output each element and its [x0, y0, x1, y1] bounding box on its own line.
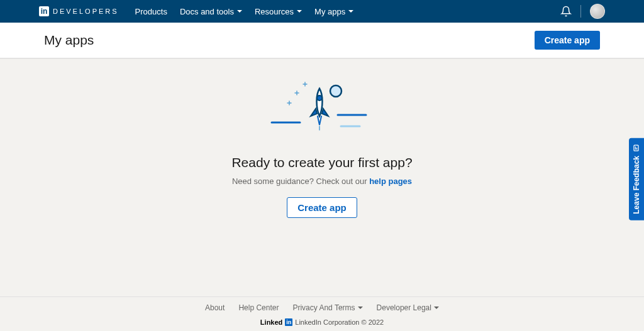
divider	[580, 5, 581, 18]
brand-logo[interactable]: in DEVELOPERS	[39, 6, 119, 16]
feedback-label: Leave Feedback	[632, 156, 641, 214]
nav-item-label: Docs and tools	[180, 7, 234, 16]
empty-state-headline: Ready to create your first app?	[0, 155, 644, 170]
page-header: My apps Create app	[0, 23, 644, 58]
chevron-down-icon	[358, 307, 363, 309]
linkedin-logo-icon: in	[39, 6, 49, 16]
rocket-illustration	[0, 77, 644, 146]
bell-icon[interactable]	[560, 6, 572, 17]
nav-links: Products Docs and tools Resources My app…	[135, 7, 354, 16]
svg-point-6	[330, 85, 341, 97]
subline-prefix: Need some guidance? Check out our	[232, 176, 369, 186]
create-app-button[interactable]: Create app	[535, 31, 600, 50]
chevron-down-icon	[434, 307, 439, 309]
footer-links: About Help Center Privacy And Terms Deve…	[0, 303, 644, 312]
linkedin-logo-icon: in	[285, 318, 292, 326]
avatar[interactable]	[590, 4, 605, 19]
chevron-down-icon	[297, 10, 302, 13]
chevron-down-icon	[348, 10, 353, 13]
footer-link-help[interactable]: Help Center	[238, 303, 279, 312]
brand-text: DEVELOPERS	[53, 8, 119, 15]
feedback-icon	[633, 144, 640, 152]
svg-point-7	[317, 95, 322, 100]
help-pages-link[interactable]: help pages	[369, 176, 412, 186]
top-nav: in DEVELOPERS Products Docs and tools Re…	[0, 0, 644, 23]
footer-brand: Linkedin LinkedIn Corporation © 2022	[0, 318, 644, 326]
chevron-down-icon	[237, 10, 242, 13]
footer-brand-prefix: Linked	[260, 318, 282, 326]
footer-link-legal[interactable]: Developer Legal	[377, 303, 439, 312]
nav-item-label: Products	[135, 7, 167, 16]
nav-item-resources[interactable]: Resources	[255, 7, 302, 16]
nav-item-label: My apps	[314, 7, 345, 16]
svg-rect-12	[634, 146, 638, 151]
empty-state-subline: Need some guidance? Check out our help p…	[0, 176, 644, 186]
nav-item-products[interactable]: Products	[135, 7, 167, 16]
footer-link-about[interactable]: About	[205, 303, 225, 312]
empty-state: Ready to create your first app? Need som…	[0, 58, 644, 218]
leave-feedback-tab[interactable]: Leave Feedback	[629, 138, 644, 220]
nav-item-docs[interactable]: Docs and tools	[180, 7, 242, 16]
page-title: My apps	[44, 33, 94, 48]
nav-item-myapps[interactable]: My apps	[314, 7, 353, 16]
create-app-cta[interactable]: Create app	[287, 197, 357, 218]
footer-copyright: LinkedIn Corporation © 2022	[295, 318, 384, 326]
nav-item-label: Resources	[255, 7, 294, 16]
footer: About Help Center Privacy And Terms Deve…	[0, 296, 644, 331]
footer-link-privacy[interactable]: Privacy And Terms	[292, 303, 362, 312]
